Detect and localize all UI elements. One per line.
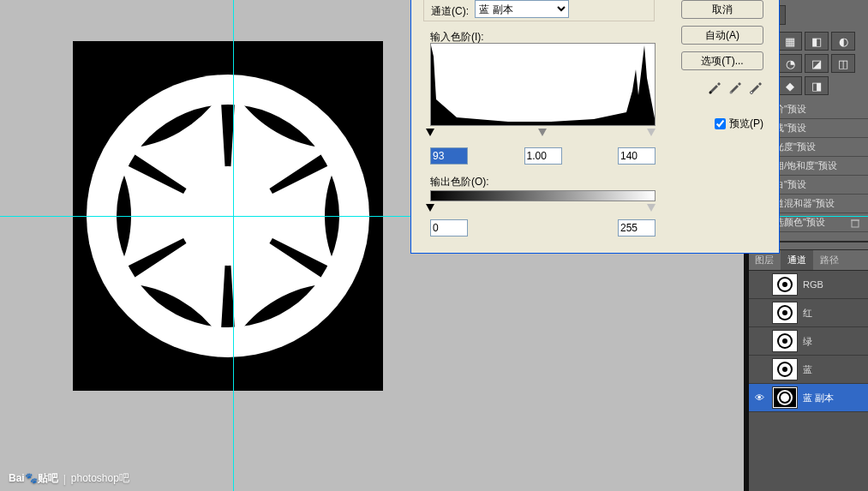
- input-gamma-slider[interactable]: [538, 129, 547, 136]
- channel-row-rgb[interactable]: RGB: [748, 271, 868, 299]
- tab-channels[interactable]: 通道: [781, 250, 813, 270]
- eyedropper-black-icon[interactable]: [707, 79, 722, 94]
- guide-vertical: [233, 0, 234, 491]
- options-button[interactable]: 选项(T)...: [681, 51, 763, 70]
- channel-row-blue[interactable]: 蓝: [748, 356, 868, 384]
- cancel-button[interactable]: 取消: [681, 0, 763, 19]
- auto-button[interactable]: 自动(A): [681, 26, 763, 45]
- svg-point-3: [709, 92, 712, 94]
- output-white-field[interactable]: [618, 219, 655, 237]
- mixer-icon[interactable]: ◆: [778, 76, 802, 95]
- exposure-icon[interactable]: ◐: [831, 32, 855, 51]
- input-black-field[interactable]: [430, 147, 468, 165]
- channel-name: 红: [803, 307, 812, 320]
- visibility-toggle[interactable]: 👁: [751, 392, 767, 403]
- trash-icon[interactable]: [849, 217, 861, 229]
- channel-row-blue-copy[interactable]: 👁 蓝 副本: [748, 384, 868, 412]
- bw-icon[interactable]: ◫: [831, 54, 855, 73]
- histogram[interactable]: [430, 43, 655, 126]
- channel-thumb: [772, 302, 798, 324]
- tab-paths[interactable]: 路径: [813, 250, 846, 270]
- levels-icon[interactable]: ▦: [778, 32, 802, 51]
- input-sliders: [430, 129, 655, 137]
- channel-name: RGB: [803, 279, 823, 290]
- channel-select[interactable]: 蓝 副本: [475, 0, 569, 18]
- channel-row-red[interactable]: 红: [748, 299, 868, 327]
- channel-thumb: [772, 358, 798, 380]
- output-gradient[interactable]: [430, 190, 655, 201]
- channel-name: 绿: [803, 335, 812, 348]
- svg-point-4: [730, 92, 733, 94]
- channel-name: 蓝 副本: [803, 392, 834, 404]
- hue-icon[interactable]: ◔: [778, 54, 802, 73]
- levels-dialog: 通道(C): 蓝 副本 输入色阶(I): 输出色阶(O): 取消 自动(A) 选…: [410, 0, 780, 254]
- output-black-slider[interactable]: [426, 204, 434, 212]
- curves-icon[interactable]: ◧: [805, 32, 829, 51]
- preview-checkbox[interactable]: [715, 118, 726, 129]
- svg-point-19: [782, 338, 787, 344]
- channels-list: RGB 红 绿 蓝 👁 蓝 副本: [748, 271, 868, 412]
- watermark: Bai🐾贴吧 | photoshop吧: [9, 471, 129, 486]
- watermark-sep: |: [63, 473, 66, 485]
- invert-icon[interactable]: ◨: [805, 76, 829, 95]
- svg-point-15: [782, 310, 787, 315]
- eyedropper-gray-icon[interactable]: [727, 79, 743, 94]
- output-white-slider[interactable]: [647, 204, 655, 212]
- input-gamma-field[interactable]: [524, 147, 562, 165]
- eyedropper-white-icon[interactable]: [748, 79, 763, 94]
- input-black-slider[interactable]: [426, 129, 434, 136]
- input-white-slider[interactable]: [647, 129, 655, 136]
- balance-icon[interactable]: ◪: [805, 54, 829, 73]
- svg-point-23: [782, 367, 787, 372]
- channel-thumb: [772, 386, 798, 409]
- svg-point-27: [781, 393, 789, 402]
- watermark-forum: photoshop吧: [71, 471, 129, 486]
- channel-row-green[interactable]: 绿: [748, 327, 868, 356]
- watermark-logo: Bai🐾贴吧: [9, 471, 58, 486]
- svg-rect-6: [852, 220, 859, 227]
- channel-thumb: [772, 330, 798, 352]
- channel-label: 通道(C):: [431, 5, 469, 17]
- output-black-field[interactable]: [430, 219, 468, 237]
- channel-name: 蓝: [803, 363, 812, 376]
- channel-thumb: [772, 273, 798, 296]
- svg-point-5: [751, 92, 753, 94]
- output-sliders: [430, 204, 655, 213]
- channel-fieldset: 通道(C): 蓝 副本: [423, 0, 655, 21]
- input-white-field[interactable]: [618, 147, 655, 165]
- preview-label: 预览(P): [729, 117, 763, 131]
- output-levels-label: 输出色阶(O):: [430, 175, 489, 189]
- svg-point-11: [782, 282, 787, 287]
